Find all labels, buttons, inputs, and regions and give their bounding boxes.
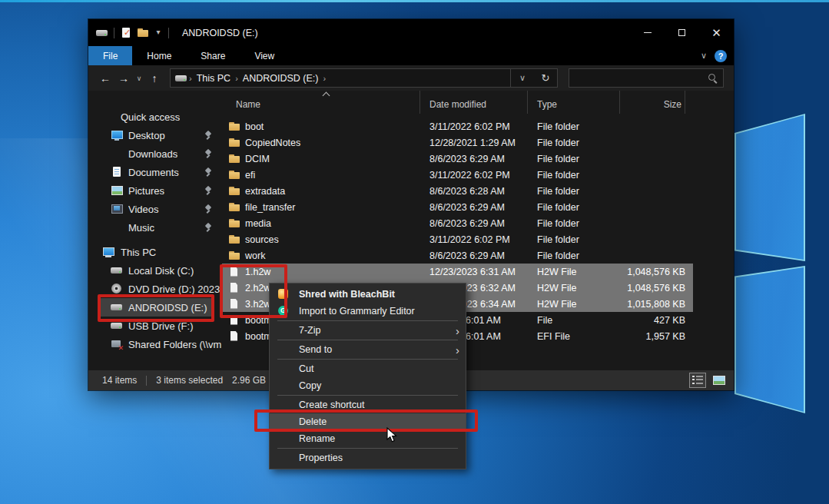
- file-name-cell: sources: [228, 234, 420, 246]
- close-icon: ✕: [711, 27, 721, 38]
- items-count: 14 items: [102, 375, 137, 386]
- file-size-cell: 427 KB: [620, 315, 685, 326]
- forward-arrow-icon[interactable]: →: [116, 71, 131, 86]
- sidebar-item-downloads[interactable]: Downloads: [88, 144, 222, 163]
- file-name-cell: file_transfer: [228, 201, 420, 214]
- sidebar-item-documents[interactable]: Documents: [88, 163, 222, 181]
- annotation-androidsd-drive: [98, 294, 214, 322]
- menu-item-import-to-grammarly-editor[interactable]: Import to Grammarly Editor: [270, 303, 466, 320]
- folder-icon: [228, 121, 240, 133]
- column-header-name[interactable]: Name: [228, 91, 420, 114]
- file-date-cell: 8/6/2023 6:28 AM: [420, 186, 528, 197]
- table-row-sources[interactable]: sources3/11/2022 6:02 PMFile folder: [222, 231, 693, 247]
- sidebar-item-label: Videos: [128, 204, 159, 215]
- sidebar-item-label: Music: [128, 222, 154, 234]
- properties-icon[interactable]: [120, 27, 132, 39]
- folder-icon: [228, 153, 240, 165]
- folder-icon: [228, 169, 240, 181]
- up-arrow-icon[interactable]: ↑: [147, 71, 162, 86]
- tab-home[interactable]: Home: [132, 46, 186, 65]
- close-button[interactable]: ✕: [699, 19, 734, 46]
- file-type-cell: File folder: [528, 170, 620, 181]
- menu-item-send-to[interactable]: Send to›: [270, 341, 466, 358]
- sidebar-section-this-pc[interactable]: This PC: [88, 243, 222, 261]
- menu-item-shred-with-bleachbit[interactable]: Shred with BleachBit: [270, 286, 466, 303]
- pin-icon: [204, 185, 213, 196]
- new-folder-icon[interactable]: [137, 27, 149, 39]
- table-row-efi[interactable]: efi3/11/2022 6:02 PMFile folder: [222, 167, 693, 183]
- file-date-cell: 8/6/2023 6:29 AM: [420, 218, 528, 229]
- column-header-size[interactable]: Size: [620, 91, 685, 114]
- menu-separator: [277, 448, 458, 449]
- shared-folder-icon: [111, 338, 123, 350]
- breadcrumb-androidsd[interactable]: ANDROIDSD (E:): [240, 73, 322, 84]
- file-name: boot: [245, 121, 264, 132]
- annotation-selected-files: [220, 264, 287, 318]
- address-bar[interactable]: › This PC › ANDROIDSD (E:) › ∨ ↻: [170, 68, 558, 88]
- menu-item-label: Cut: [277, 363, 313, 374]
- wallpaper-logo-pane-bottom: [734, 266, 805, 413]
- minimize-button[interactable]: [630, 19, 665, 46]
- sidebar-section-quick-access[interactable]: Quick access: [88, 108, 222, 126]
- large-icons-view-button[interactable]: [711, 373, 728, 388]
- mouse-cursor: [386, 427, 399, 444]
- help-icon[interactable]: ?: [715, 50, 727, 62]
- search-box[interactable]: [569, 68, 724, 88]
- menu-item-copy[interactable]: Copy: [270, 377, 466, 394]
- table-row-boot[interactable]: boot3/11/2022 6:02 PMFile folder: [222, 118, 693, 134]
- table-row-1-h2w[interactable]: 1.h2w12/23/2023 6:31 AMH2W File1,048,576…: [222, 264, 693, 280]
- column-header-type[interactable]: Type: [528, 91, 620, 114]
- window-controls: ✕: [630, 19, 734, 46]
- details-view-button[interactable]: [689, 373, 706, 388]
- sidebar-item-desktop[interactable]: Desktop: [88, 126, 222, 144]
- sort-ascending-icon: [323, 92, 330, 100]
- folder-icon: [228, 217, 240, 230]
- search-icon[interactable]: [707, 72, 718, 84]
- file-date-cell: 3/11/2022 6:02 PM: [420, 121, 528, 132]
- column-header-date-modified[interactable]: Date modified: [420, 91, 528, 114]
- table-row-copiednotes[interactable]: CopiedNotes12/28/2021 1:29 AMFile folder: [222, 134, 693, 151]
- sidebar-item-videos[interactable]: Videos: [88, 200, 222, 218]
- drive-icon: [96, 27, 108, 39]
- ribbon-collapse-icon[interactable]: ∨: [701, 51, 707, 61]
- maximize-button[interactable]: [665, 19, 699, 46]
- menu-item-rename[interactable]: Rename: [270, 430, 466, 447]
- sidebar-item-shared-folders-vm[interactable]: Shared Folders (\\vm: [88, 335, 222, 353]
- tab-file[interactable]: File: [88, 46, 132, 65]
- menu-item-label: Shred with BleachBit: [299, 289, 395, 300]
- file-name-cell: boot: [228, 121, 420, 133]
- file-name: efi: [245, 170, 255, 181]
- breadcrumb-this-pc[interactable]: This PC: [194, 73, 234, 84]
- ribbon-tab-row: File Home Share View ∨ ?: [88, 46, 734, 65]
- search-input[interactable]: [569, 73, 707, 84]
- sidebar-item-pictures[interactable]: Pictures: [88, 181, 222, 200]
- menu-item-7-zip[interactable]: 7-Zip›: [270, 322, 466, 339]
- wallpaper-beam: [0, 0, 829, 2]
- menu-item-cut[interactable]: Cut: [270, 360, 466, 377]
- back-arrow-icon[interactable]: ←: [98, 71, 113, 86]
- sidebar-item-music[interactable]: Music: [88, 218, 222, 237]
- chevron-down-icon[interactable]: ▾: [154, 27, 163, 39]
- refresh-icon[interactable]: ↻: [534, 72, 557, 85]
- table-row-work[interactable]: work8/6/2023 6:29 AMFile folder: [222, 247, 693, 264]
- history-chevron-icon[interactable]: ∨: [134, 71, 144, 86]
- tab-view[interactable]: View: [240, 46, 289, 65]
- tab-share[interactable]: Share: [186, 46, 240, 65]
- address-dropdown-icon[interactable]: ∨: [511, 69, 534, 87]
- videos-icon: [111, 203, 123, 215]
- file-type-cell: File folder: [528, 218, 620, 229]
- menu-separator: [277, 359, 458, 360]
- table-row-media[interactable]: media8/6/2023 6:29 AMFile folder: [222, 215, 693, 231]
- file-type-cell: File folder: [528, 121, 620, 132]
- menu-item-properties[interactable]: Properties: [270, 449, 466, 466]
- annotation-delete-option: [254, 410, 478, 432]
- table-row-dcim[interactable]: DCIM8/6/2023 6:29 AMFile folder: [222, 151, 693, 167]
- pin-icon: [204, 130, 213, 141]
- sidebar-item-local-disk-c[interactable]: Local Disk (C:): [88, 261, 222, 280]
- file-name-cell: extradata: [228, 185, 420, 197]
- table-row-extradata[interactable]: extradata8/6/2023 6:28 AMFile folder: [222, 183, 693, 199]
- pictures-icon: [111, 184, 123, 197]
- table-row-file-transfer[interactable]: file_transfer8/6/2023 6:29 AMFile folder: [222, 199, 693, 215]
- pin-icon: [204, 204, 213, 214]
- navigation-bar: ← → ∨ ↑ › This PC › ANDROIDSD (E:) › ∨ ↻: [88, 65, 734, 91]
